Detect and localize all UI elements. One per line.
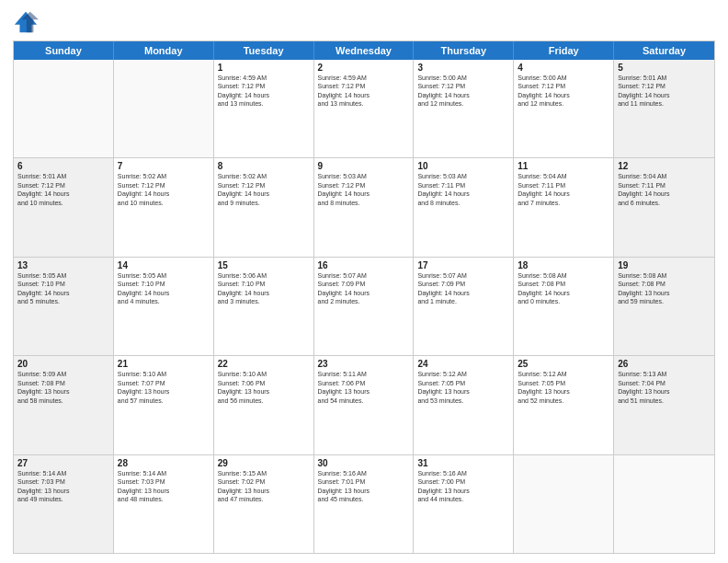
calendar-cell-empty <box>614 455 714 553</box>
calendar-cell-empty <box>514 455 614 553</box>
day-number: 4 <box>518 63 609 73</box>
cell-info: Sunrise: 5:16 AM Sunset: 7:00 PM Dayligh… <box>417 469 509 504</box>
day-number: 22 <box>218 359 310 369</box>
cell-info: Sunrise: 4:59 AM Sunset: 7:12 PM Dayligh… <box>318 74 410 109</box>
cell-info: Sunrise: 5:08 AM Sunset: 7:08 PM Dayligh… <box>618 271 711 306</box>
calendar-cell-4: 4Sunrise: 5:00 AM Sunset: 7:12 PM Daylig… <box>514 60 614 157</box>
calendar-cell-30: 30Sunrise: 5:16 AM Sunset: 7:01 PM Dayli… <box>314 455 415 553</box>
day-number: 27 <box>17 458 109 468</box>
header-day-friday: Friday <box>514 41 614 60</box>
cell-info: Sunrise: 5:10 AM Sunset: 7:07 PM Dayligh… <box>118 370 210 405</box>
calendar-cell-2: 2Sunrise: 4:59 AM Sunset: 7:12 PM Daylig… <box>314 60 415 157</box>
calendar-cell-12: 12Sunrise: 5:04 AM Sunset: 7:11 PM Dayli… <box>614 158 714 256</box>
header-day-monday: Monday <box>114 41 214 60</box>
cell-info: Sunrise: 5:04 AM Sunset: 7:11 PM Dayligh… <box>518 172 609 207</box>
calendar-cell-3: 3Sunrise: 5:00 AM Sunset: 7:12 PM Daylig… <box>414 60 514 157</box>
calendar-cell-14: 14Sunrise: 5:05 AM Sunset: 7:10 PM Dayli… <box>114 258 214 355</box>
day-number: 5 <box>618 63 711 73</box>
day-number: 28 <box>118 458 210 468</box>
calendar-cell-29: 29Sunrise: 5:15 AM Sunset: 7:02 PM Dayli… <box>214 455 314 553</box>
calendar-cell-21: 21Sunrise: 5:10 AM Sunset: 7:07 PM Dayli… <box>114 356 214 454</box>
cell-info: Sunrise: 5:13 AM Sunset: 7:04 PM Dayligh… <box>618 370 711 405</box>
day-number: 23 <box>318 359 410 369</box>
calendar-cell-6: 6Sunrise: 5:01 AM Sunset: 7:12 PM Daylig… <box>14 158 114 256</box>
header-day-thursday: Thursday <box>414 41 514 60</box>
day-number: 9 <box>318 161 410 171</box>
day-number: 6 <box>17 161 109 171</box>
cell-info: Sunrise: 5:12 AM Sunset: 7:05 PM Dayligh… <box>417 370 509 405</box>
calendar-cell-15: 15Sunrise: 5:06 AM Sunset: 7:10 PM Dayli… <box>214 258 314 355</box>
calendar-row-3: 20Sunrise: 5:09 AM Sunset: 7:08 PM Dayli… <box>14 356 714 454</box>
day-number: 2 <box>318 63 410 73</box>
day-number: 11 <box>518 161 609 171</box>
header-day-tuesday: Tuesday <box>214 41 314 60</box>
calendar-cell-11: 11Sunrise: 5:04 AM Sunset: 7:11 PM Dayli… <box>514 158 614 256</box>
calendar-row-0: 1Sunrise: 4:59 AM Sunset: 7:12 PM Daylig… <box>14 60 714 158</box>
calendar-cell-26: 26Sunrise: 5:13 AM Sunset: 7:04 PM Dayli… <box>614 356 714 454</box>
cell-info: Sunrise: 5:14 AM Sunset: 7:03 PM Dayligh… <box>118 469 210 504</box>
calendar-cell-24: 24Sunrise: 5:12 AM Sunset: 7:05 PM Dayli… <box>414 356 514 454</box>
day-number: 31 <box>417 458 509 468</box>
header-day-wednesday: Wednesday <box>314 41 415 60</box>
calendar-cell-empty <box>14 60 114 157</box>
logo-icon <box>13 9 39 35</box>
calendar-cell-25: 25Sunrise: 5:12 AM Sunset: 7:05 PM Dayli… <box>514 356 614 454</box>
cell-info: Sunrise: 5:14 AM Sunset: 7:03 PM Dayligh… <box>17 469 109 504</box>
calendar-cell-17: 17Sunrise: 5:07 AM Sunset: 7:09 PM Dayli… <box>414 258 514 355</box>
calendar-cell-empty <box>114 60 214 157</box>
header <box>13 9 715 35</box>
calendar-cell-9: 9Sunrise: 5:03 AM Sunset: 7:12 PM Daylig… <box>314 158 415 256</box>
cell-info: Sunrise: 5:07 AM Sunset: 7:09 PM Dayligh… <box>318 271 410 306</box>
day-number: 30 <box>318 458 410 468</box>
calendar-cell-23: 23Sunrise: 5:11 AM Sunset: 7:06 PM Dayli… <box>314 356 415 454</box>
header-day-saturday: Saturday <box>614 41 714 60</box>
cell-info: Sunrise: 5:03 AM Sunset: 7:11 PM Dayligh… <box>417 172 509 207</box>
day-number: 20 <box>17 359 109 369</box>
cell-info: Sunrise: 5:01 AM Sunset: 7:12 PM Dayligh… <box>17 172 109 207</box>
cell-info: Sunrise: 5:05 AM Sunset: 7:10 PM Dayligh… <box>118 271 210 306</box>
cell-info: Sunrise: 5:03 AM Sunset: 7:12 PM Dayligh… <box>318 172 410 207</box>
calendar-cell-10: 10Sunrise: 5:03 AM Sunset: 7:11 PM Dayli… <box>414 158 514 256</box>
day-number: 16 <box>318 260 410 270</box>
cell-info: Sunrise: 5:15 AM Sunset: 7:02 PM Dayligh… <box>218 469 310 504</box>
page: SundayMondayTuesdayWednesdayThursdayFrid… <box>0 0 728 563</box>
calendar-cell-16: 16Sunrise: 5:07 AM Sunset: 7:09 PM Dayli… <box>314 258 415 355</box>
day-number: 7 <box>118 161 210 171</box>
day-number: 8 <box>218 161 310 171</box>
day-number: 14 <box>118 260 210 270</box>
calendar-cell-13: 13Sunrise: 5:05 AM Sunset: 7:10 PM Dayli… <box>14 258 114 355</box>
cell-info: Sunrise: 5:00 AM Sunset: 7:12 PM Dayligh… <box>417 74 509 109</box>
calendar-cell-18: 18Sunrise: 5:08 AM Sunset: 7:08 PM Dayli… <box>514 258 614 355</box>
day-number: 25 <box>518 359 609 369</box>
day-number: 17 <box>417 260 509 270</box>
cell-info: Sunrise: 5:04 AM Sunset: 7:11 PM Dayligh… <box>618 172 711 207</box>
calendar-row-4: 27Sunrise: 5:14 AM Sunset: 7:03 PM Dayli… <box>14 455 714 553</box>
cell-info: Sunrise: 5:05 AM Sunset: 7:10 PM Dayligh… <box>17 271 109 306</box>
cell-info: Sunrise: 5:00 AM Sunset: 7:12 PM Dayligh… <box>518 74 609 109</box>
calendar-cell-28: 28Sunrise: 5:14 AM Sunset: 7:03 PM Dayli… <box>114 455 214 553</box>
cell-info: Sunrise: 5:01 AM Sunset: 7:12 PM Dayligh… <box>618 74 711 109</box>
calendar-cell-8: 8Sunrise: 5:02 AM Sunset: 7:12 PM Daylig… <box>214 158 314 256</box>
cell-info: Sunrise: 4:59 AM Sunset: 7:12 PM Dayligh… <box>218 74 310 109</box>
calendar-header: SundayMondayTuesdayWednesdayThursdayFrid… <box>14 41 714 60</box>
cell-info: Sunrise: 5:07 AM Sunset: 7:09 PM Dayligh… <box>417 271 509 306</box>
cell-info: Sunrise: 5:08 AM Sunset: 7:08 PM Dayligh… <box>518 271 609 306</box>
day-number: 10 <box>417 161 509 171</box>
day-number: 26 <box>618 359 711 369</box>
calendar-row-2: 13Sunrise: 5:05 AM Sunset: 7:10 PM Dayli… <box>14 258 714 356</box>
cell-info: Sunrise: 5:11 AM Sunset: 7:06 PM Dayligh… <box>318 370 410 405</box>
day-number: 29 <box>218 458 310 468</box>
calendar-row-1: 6Sunrise: 5:01 AM Sunset: 7:12 PM Daylig… <box>14 158 714 257</box>
day-number: 3 <box>417 63 509 73</box>
cell-info: Sunrise: 5:09 AM Sunset: 7:08 PM Dayligh… <box>17 370 109 405</box>
calendar-cell-5: 5Sunrise: 5:01 AM Sunset: 7:12 PM Daylig… <box>614 60 714 157</box>
day-number: 19 <box>618 260 711 270</box>
calendar-cell-19: 19Sunrise: 5:08 AM Sunset: 7:08 PM Dayli… <box>614 258 714 355</box>
day-number: 12 <box>618 161 711 171</box>
cell-info: Sunrise: 5:02 AM Sunset: 7:12 PM Dayligh… <box>218 172 310 207</box>
day-number: 1 <box>218 63 310 73</box>
day-number: 21 <box>118 359 210 369</box>
logo <box>13 9 42 35</box>
day-number: 24 <box>417 359 509 369</box>
day-number: 15 <box>218 260 310 270</box>
